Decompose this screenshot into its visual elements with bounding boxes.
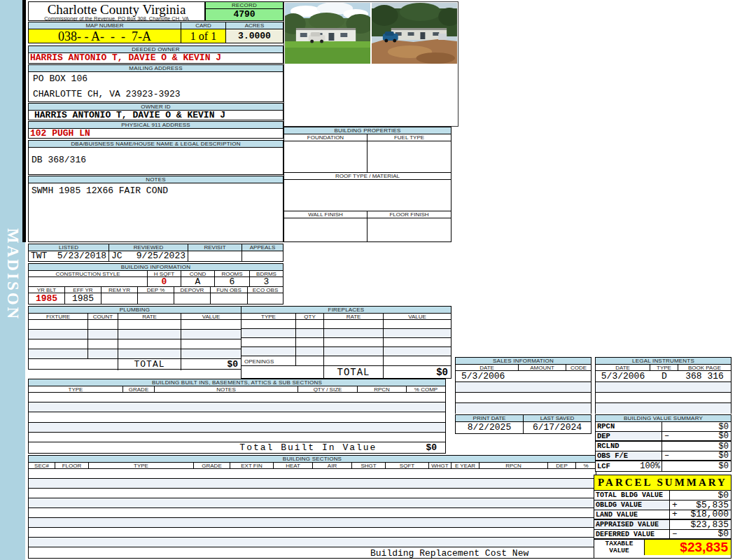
plumbing-title: PLUMBING — [29, 307, 241, 314]
land-value-label: LAND VALUE — [594, 510, 670, 519]
fireplaces-cell — [384, 329, 451, 337]
fuel-type-value — [368, 141, 451, 172]
county-header-box: Charlotte County Virginia Commissioner o… — [28, 1, 205, 21]
sales-date-label: DATE — [456, 365, 519, 370]
bvs-amount: $0 — [719, 461, 729, 471]
fireplaces-total-label: TOTAL — [324, 366, 384, 379]
listed-value: TWT 5/23/2018 — [29, 251, 109, 261]
total-bldg-value: $0 — [670, 491, 731, 500]
plumbing-cell — [88, 340, 118, 349]
built-ins-total-value: $0 — [426, 443, 437, 453]
parcel-amount: $23,835 — [690, 520, 729, 529]
built-ins-title: BUILDING BUILT INS, BASEMENTS, ATTICS & … — [29, 379, 445, 386]
bi-notes-label: NOTES — [155, 386, 298, 392]
built-ins-row — [29, 402, 445, 412]
plumbing-cell — [88, 349, 118, 358]
appraised-value: $23,835 — [670, 520, 731, 529]
building-information-box: BUILDING INFORMATION CONSTRUCTION STYLE … — [28, 263, 284, 304]
fireplaces-cell — [241, 347, 296, 356]
legal-type-label: TYPE — [650, 365, 678, 370]
depovr-value — [174, 293, 211, 304]
building-value-summary-title: BUILDING VALUE SUMMARY — [596, 415, 731, 422]
mailing-line-1: PO BOX 106 — [33, 74, 279, 84]
legal-row — [596, 403, 731, 414]
bvs-amount: $0 — [719, 451, 729, 460]
card-left-border — [22, 0, 26, 242]
eco-obs-label: ECO OBS — [248, 287, 283, 293]
acres-label: ACRES — [226, 22, 283, 29]
parcel-amount: $0 — [718, 491, 729, 500]
yr-blt-value: 1985 — [29, 293, 65, 304]
bvs-amount: $0 — [719, 432, 729, 440]
bvs-amount: $0 — [719, 442, 729, 451]
legal-row-type: D — [650, 371, 678, 382]
fireplaces-total-spacer — [241, 366, 324, 379]
h-sqft-value: 0 — [148, 277, 181, 286]
plumbing-cell — [181, 349, 241, 358]
revisit-value — [188, 251, 242, 261]
bvs-dep-label: DEP — [596, 432, 662, 440]
fp-value-label: VALUE — [384, 314, 451, 319]
fireplaces-cell — [384, 320, 451, 328]
parcel-amount: $18,000 — [690, 510, 729, 519]
fun-obs-value — [211, 293, 248, 304]
reviewed-by: JC — [111, 251, 122, 261]
built-ins-total-label: Total Built In Value — [239, 443, 377, 453]
bs-sqft-label: SQFT — [386, 463, 429, 468]
rem-yr-value — [102, 293, 138, 304]
fireplaces-title: FIREPLACES — [241, 307, 451, 314]
bs-sec-label: SEC# — [29, 463, 55, 468]
fixture-label: FIXTURE — [29, 314, 88, 319]
fp-rate-label: RATE — [324, 314, 384, 319]
notes-label: NOTES — [29, 176, 283, 183]
legal-row — [596, 393, 731, 402]
fun-obs-label: FUN OBS — [211, 287, 248, 293]
roof-type-label: ROOF TYPE / MATERIAL — [284, 173, 451, 179]
building-sections-row — [29, 508, 596, 517]
bs-rpcn-label: RPCN — [479, 463, 548, 468]
bs-dep-label: DEP — [548, 463, 576, 468]
built-ins-row — [29, 433, 445, 442]
building-sections-footer: Building Replacement Cost New — [29, 547, 596, 559]
bvs-obs-value: –$0 — [662, 451, 731, 460]
bvs-lcf-pct: 100% — [640, 461, 660, 471]
land-value: +$18,000 — [670, 510, 731, 519]
bs-whgt-label: WHGT — [429, 463, 451, 468]
bs-type-label: TYPE — [89, 463, 194, 468]
parcel-amount: $5,835 — [696, 500, 729, 510]
legal-row-date: 5/3/2006 — [596, 371, 650, 382]
mailing-line-2: CHARLOTTE CH, VA 23923-3923 — [33, 90, 279, 99]
bvs-op: – — [664, 451, 669, 460]
total-bldg-value-label: TOTAL BLDG VALUE — [594, 491, 670, 500]
fireplaces-cell — [241, 320, 296, 328]
left-margin-band: MADISON — [0, 0, 25, 560]
building-value-summary-box: BUILDING VALUE SUMMARY RPCN $0 DEP –$0 R… — [595, 414, 732, 472]
print-info-box: PRINT DATE LAST SAVED 8/2/2025 6/17/2024 — [455, 414, 592, 434]
bvs-lcf-value: $0 — [662, 461, 731, 471]
eff-yr-label: EFF YR — [65, 287, 102, 293]
sales-information-title: SALES INFORMATION — [456, 358, 591, 365]
fireplaces-cell — [241, 338, 296, 346]
fireplaces-cell — [324, 356, 384, 365]
reviewed-label: REVIEWED — [109, 244, 188, 251]
fireplaces-cell — [296, 338, 324, 346]
fireplaces-cell — [384, 347, 451, 356]
building-sections-title: BUILDING SECTIONS — [29, 456, 596, 463]
bi-grade-label: GRADE — [123, 386, 155, 392]
owner-id-box: OWNER ID HARRIS ANTONIO T, DAVIE O & KEV… — [28, 103, 284, 120]
building-properties-title: BUILDING PROPERTIES — [284, 127, 451, 134]
parcel-amount: $0 — [718, 530, 729, 538]
bvs-amount: $0 — [719, 422, 729, 431]
taxable-label-line2: VALUE — [594, 547, 644, 554]
card-value: 1 of 1 — [181, 29, 226, 43]
bs-shgt-label: SHGT — [352, 463, 386, 468]
fireplaces-cell — [296, 347, 324, 356]
plumbing-cell — [29, 330, 88, 339]
deeded-owner-value: HARRIS ANTONIO T, DAVIE O & KEVIN J — [29, 53, 283, 63]
construction-style-label: CONSTRUCTION STYLE — [29, 271, 148, 276]
foundation-value — [284, 141, 368, 172]
taxable-value-label: TAXABLE VALUE — [594, 540, 645, 555]
parcel-summary-box: PARCEL SUMMARY TOTAL BLDG VALUE $0 OBLDG… — [594, 475, 732, 559]
print-date-value: 8/2/2025 — [456, 422, 524, 433]
legal-row — [596, 382, 731, 392]
